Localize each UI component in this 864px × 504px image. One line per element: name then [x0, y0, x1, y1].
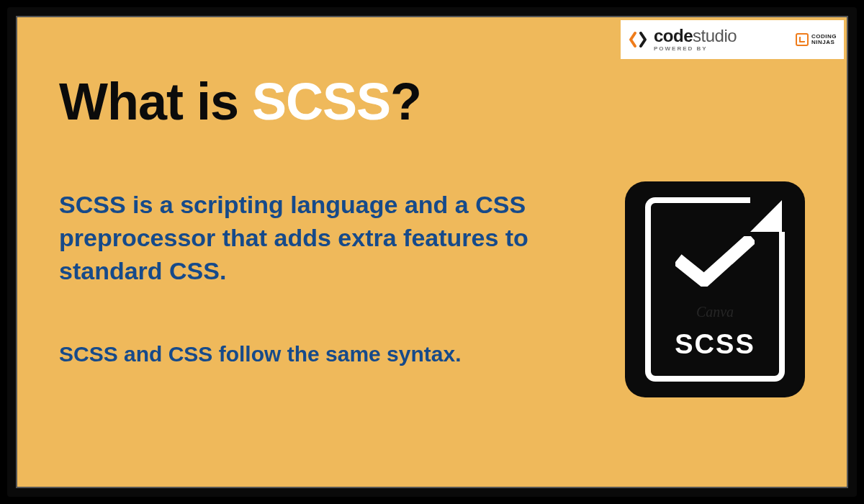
file-fold-icon: [750, 197, 785, 232]
ninjas-line2: NINJAS: [811, 40, 837, 45]
codestudio-wordmark: codestudio POWERED BY: [654, 27, 737, 52]
codestudio-mark-icon: [628, 30, 648, 50]
body-paragraph-2: SCSS and CSS follow the same syntax.: [59, 340, 577, 369]
scss-label: SCSS: [651, 329, 779, 360]
logo-main-light: studio: [693, 26, 737, 45]
heading-part2: ?: [390, 73, 421, 130]
logo-main-bold: code: [654, 26, 693, 45]
slide-frame: codestudio POWERED BY CODING NINJAS What…: [7, 7, 857, 497]
slide-heading: What is SCSS?: [59, 72, 421, 131]
heading-highlight: SCSS: [252, 73, 390, 130]
logo-subtext: POWERED BY: [654, 46, 737, 52]
coding-ninjas-mark: CODING NINJAS: [796, 33, 837, 46]
ninja-icon: [796, 33, 809, 46]
body-paragraph-1: SCSS is a scripting language and a CSS p…: [59, 189, 577, 288]
heading-part1: What is: [59, 73, 252, 130]
scss-file-illustration: Canva SCSS: [625, 181, 805, 397]
checkmark-icon: [675, 236, 755, 287]
canva-watermark: Canva: [651, 304, 779, 320]
brand-logo-badge: codestudio POWERED BY CODING NINJAS: [621, 20, 844, 59]
